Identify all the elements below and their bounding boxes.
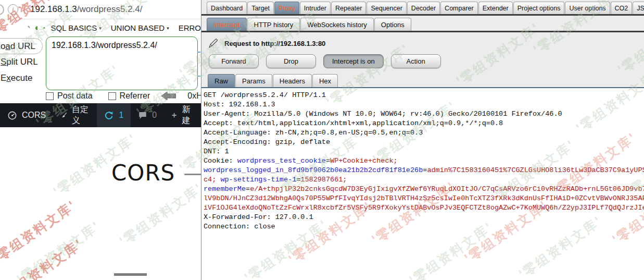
- tab-repeater[interactable]: Repeater: [331, 2, 366, 14]
- subtab-websockets-history[interactable]: WebSockets history: [300, 18, 374, 31]
- load-url-button[interactable]: Load URL: [0, 38, 43, 54]
- refresh-icon: [104, 111, 114, 120]
- request-line: Accept-Language: zh-CN,zh;q=0.8,en-US;q=…: [204, 128, 644, 138]
- intercept-is-on-button[interactable]: Intercept is on: [323, 54, 384, 68]
- gauge-icon: [7, 111, 17, 120]
- page-title-cors: CORS: [111, 160, 175, 186]
- request-line: wordpress_logged_in_8fd9bf9062b0ea21b2b2…: [204, 166, 644, 175]
- request-line: rememberMe=e/A+thpjlP32b2cnksGqcdW7D3EyG…: [204, 185, 644, 194]
- plus-icon: [171, 111, 177, 119]
- page-title: CORS—又: [111, 156, 201, 189]
- raw-request-text[interactable]: GET /wordpress5.2.4/ HTTP/1.1Host: 192.1…: [201, 88, 644, 232]
- burp-main-tabbar: DashboardTargetProxyIntruderRepeaterSequ…: [201, 0, 644, 16]
- subtab-options[interactable]: Options: [374, 18, 411, 31]
- caret-down-icon: ▾: [167, 26, 169, 31]
- burp-window: DashboardTargetProxyIntruderRepeaterSequ…: [201, 0, 644, 280]
- request-line: iVF1OJG4leXdoQNoTtZzFcWrxlR8xcbfZr5VSFy5…: [204, 203, 644, 213]
- menu-erro[interactable]: ERRO: [179, 23, 201, 32]
- url-path: /wordpress5.2.4/: [77, 4, 143, 14]
- request-line: User-Agent: Mozilla/5.0 (Windows NT 10.0…: [204, 109, 644, 119]
- hex-menu-label[interactable]: 0xHEX: [187, 91, 201, 101]
- divider-bar: [114, 273, 147, 276]
- request-line: Host: 192.168.1.3: [204, 100, 644, 109]
- menu-union-based[interactable]: UNION BASED▾: [111, 23, 169, 32]
- message-view-tabbar: RawParamsHeadersHex: [201, 73, 644, 88]
- page-title-dash: —: [183, 161, 201, 185]
- execute-button[interactable]: Execute: [1, 73, 32, 83]
- refresh-count: 1: [119, 111, 123, 120]
- tab-jso[interactable]: JSO: [633, 2, 644, 14]
- tab-proxy[interactable]: Proxy: [274, 2, 299, 14]
- viewtab-hex[interactable]: Hex: [312, 74, 338, 87]
- checkbox-referrer[interactable]: Referrer: [108, 91, 150, 101]
- expand-plus-icon[interactable]: [43, 25, 45, 31]
- tab-dashboard[interactable]: Dashboard: [207, 2, 247, 14]
- browser-pane: i 192.168.1.3/wordpress5.2.4/ SQL BASICS…: [0, 0, 201, 280]
- partial-badge-icon: [0, 4, 4, 15]
- pencil-icon: [208, 38, 219, 49]
- hackbar-options-row: Post dataReferrer 0xHEX: [46, 91, 201, 101]
- extension-toolbar: CORS 自定义 1 0 新建: [0, 103, 201, 127]
- action-button[interactable]: Action: [391, 54, 441, 68]
- viewtab-params[interactable]: Params: [235, 74, 272, 87]
- cors-tool-item[interactable]: CORS: [0, 103, 53, 127]
- subtab-http-history[interactable]: HTTP history: [247, 18, 300, 31]
- checkbox-label: Referrer: [120, 91, 150, 101]
- chevron-down-icon[interactable]: [28, 26, 30, 30]
- request-line: Cookie: wordpress_test_cookie=WP+Cookie+…: [204, 156, 644, 166]
- menu-label: ERRO: [179, 23, 201, 32]
- request-target-label: Request to http://192.168.1.3:80: [224, 40, 325, 47]
- tab-target[interactable]: Target: [247, 2, 274, 14]
- browser-url-bar[interactable]: i 192.168.1.3/wordpress5.2.4/: [0, 0, 201, 19]
- tab-decoder[interactable]: Decoder: [407, 2, 440, 14]
- request-line: Accept: text/html,application/xhtml+xml,…: [204, 119, 644, 128]
- hex-arrow-icon[interactable]: [161, 92, 176, 100]
- comment-bubble-icon: [138, 111, 147, 120]
- new-label: 新建: [182, 104, 194, 126]
- hackbar-menu-row: SQL BASICS▾UNION BASED▾ERRO: [0, 19, 201, 36]
- request-line: X-Forwarded-For: 127.0.0.1: [204, 213, 644, 222]
- checkbox-box-icon[interactable]: [108, 92, 116, 100]
- custom-tool-label: 自定义: [72, 104, 90, 126]
- tab-comparer[interactable]: Comparer: [440, 2, 478, 14]
- collapse-minus-icon[interactable]: [35, 26, 37, 31]
- custom-tool-item[interactable]: 自定义: [53, 103, 97, 127]
- checkbox-label: Post data: [57, 91, 93, 101]
- split-url-button[interactable]: Split URL: [1, 57, 38, 67]
- drop-button[interactable]: Drop: [266, 54, 316, 68]
- checkbox-box-icon[interactable]: [46, 92, 54, 100]
- cors-tool-label: CORS: [22, 111, 46, 120]
- tab-intruder[interactable]: Intruder: [300, 2, 331, 14]
- request-line: Connection: close: [204, 222, 644, 232]
- tab-extender[interactable]: Extender: [478, 2, 513, 14]
- menu-sql-basics[interactable]: SQL BASICS▾: [51, 23, 102, 32]
- burp-proxy-tabbar: InterceptHTTP historyWebSockets historyO…: [201, 16, 644, 32]
- new-item[interactable]: 新建: [164, 103, 201, 127]
- tab-sequencer[interactable]: Sequencer: [367, 2, 406, 14]
- viewtab-headers[interactable]: Headers: [273, 74, 312, 87]
- tab-co2[interactable]: CO2: [611, 2, 633, 14]
- viewtab-raw[interactable]: Raw: [208, 74, 235, 87]
- tab-project-options[interactable]: Project options: [513, 2, 565, 14]
- comment-count: 0: [152, 111, 157, 120]
- forward-button[interactable]: Forward: [209, 54, 259, 68]
- scrollbar-tick: [197, 52, 200, 53]
- site-info-icon[interactable]: i: [8, 4, 18, 15]
- url-host: 192.168.1.3: [30, 4, 77, 14]
- url-text[interactable]: 192.168.1.3/wordpress5.2.4/: [30, 4, 143, 15]
- comment-count-item[interactable]: 0: [131, 103, 164, 127]
- hackbar-checkboxes: Post dataReferrer: [46, 91, 150, 101]
- hackbar-url-textarea[interactable]: 192.168.1.3/wordpress5.2.4/: [46, 36, 198, 90]
- request-line: lV9bDN/HJnCZ3d12WbhgA0Qs70P55WPfFIvqYIds…: [204, 194, 644, 203]
- tab-user-options[interactable]: User options: [565, 2, 610, 14]
- request-line: Accept-Encoding: gzip, deflate: [204, 138, 644, 147]
- menu-label: UNION BASED: [111, 23, 165, 32]
- request-editor[interactable]: GET /wordpress5.2.4/ HTTP/1.1Host: 192.1…: [201, 88, 644, 280]
- refresh-count-item[interactable]: 1: [97, 103, 131, 127]
- checkbox-post-data[interactable]: Post data: [46, 91, 93, 101]
- scrollbar-tick: [197, 76, 200, 77]
- hackbar-menus: SQL BASICS▾UNION BASED▾ERRO: [51, 23, 201, 32]
- subtab-intercept[interactable]: Intercept: [207, 18, 247, 31]
- request-line: DNT: 1: [204, 147, 644, 156]
- intercept-button-row: ForwardDropIntercept is onAction: [201, 52, 644, 73]
